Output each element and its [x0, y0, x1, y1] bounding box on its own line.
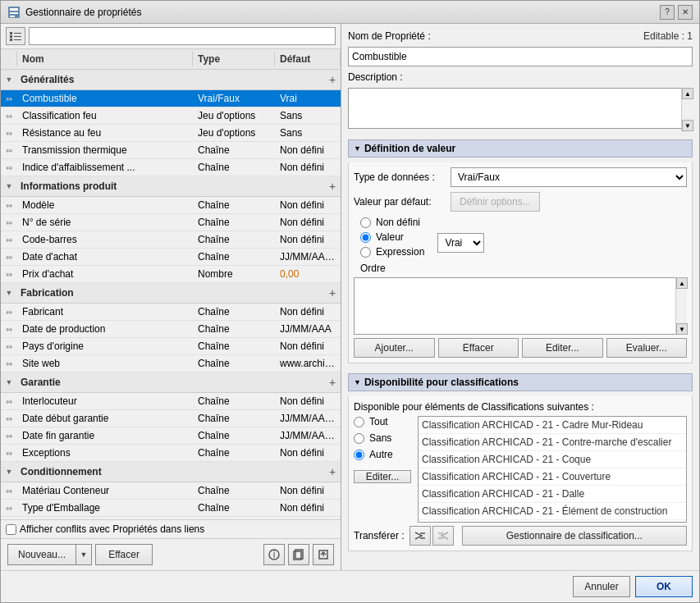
- ordre-scroll-up[interactable]: ▲: [676, 277, 688, 289]
- classif-item: Classification ARCHICAD - 21 - Dalle: [419, 486, 686, 503]
- cell-nom: Site web: [17, 355, 193, 372]
- group-row-conditionnement[interactable]: ▼ Conditionnement +: [1, 462, 341, 482]
- cell-type: Chaîne: [193, 445, 275, 461]
- drag-handle: ⇔: [1, 251, 17, 263]
- svg-rect-8: [10, 39, 12, 41]
- table-row[interactable]: ⇔ Classification feu Jeu d'options Sans: [1, 107, 341, 125]
- add-garantie[interactable]: +: [324, 376, 341, 389]
- group-name-info: Informations produit: [17, 179, 324, 194]
- transfer-right-button[interactable]: [409, 526, 431, 546]
- editer-button[interactable]: Editer...: [522, 338, 603, 358]
- collapse-icon-definition: ▼: [354, 144, 361, 153]
- table-row[interactable]: ⇔ Matériau Conteneur Chaîne Non défini: [1, 482, 341, 500]
- description-textarea[interactable]: [348, 88, 693, 129]
- afficher-conflits-label[interactable]: Afficher conflits avec Propriétés dans l…: [6, 523, 204, 535]
- evaluer-button[interactable]: Evaluer...: [606, 338, 688, 358]
- table-row[interactable]: ⇔ Site web Chaîne www.archica...: [1, 355, 341, 372]
- radio-tout[interactable]: [354, 417, 364, 427]
- scroll-down[interactable]: ▼: [682, 120, 693, 131]
- radio-autre[interactable]: [354, 450, 364, 460]
- disponibilite-label: Disponibilité pour classifications: [364, 377, 519, 388]
- search-input[interactable]: [29, 27, 336, 45]
- svg-rect-9: [14, 39, 21, 40]
- classif-list[interactable]: Classification ARCHICAD - 21 - Cadre Mur…: [418, 416, 687, 523]
- transfer-row: Transférer :: [354, 526, 687, 546]
- ajouter-button[interactable]: Ajouter...: [354, 338, 435, 358]
- ok-button[interactable]: OK: [635, 576, 693, 597]
- cell-nom: Combustible: [17, 90, 193, 107]
- radio-autre-label: Autre: [369, 449, 393, 460]
- list-icon-button[interactable]: [6, 27, 25, 45]
- cell-defaut: www.archica...: [275, 355, 341, 372]
- table-row[interactable]: ⇔ Date de production Chaîne JJ/MM/AAA: [1, 321, 341, 338]
- disponibilite-section-content: Disponible pour éléments de Classificati…: [348, 396, 693, 551]
- table-row[interactable]: ⇔ Indice d'affaiblissement ... Chaîne No…: [1, 159, 341, 176]
- svg-rect-7: [14, 36, 21, 37]
- nouveau-arrow[interactable]: ▼: [75, 544, 92, 565]
- table-row[interactable]: ⇔ Code-barres Chaîne Non défini: [1, 231, 341, 249]
- svg-rect-1: [10, 8, 18, 11]
- radio-sans[interactable]: [354, 433, 364, 444]
- cell-type: Chaîne: [193, 304, 275, 320]
- add-conditionnement[interactable]: +: [324, 465, 341, 478]
- nom-propriete-input[interactable]: Combustible: [348, 47, 693, 66]
- radio-non-defini[interactable]: [360, 217, 371, 228]
- desc-scrollbar: ▲ ▼: [681, 88, 693, 131]
- effacer-button[interactable]: Effacer: [95, 544, 153, 565]
- export-button[interactable]: [313, 544, 334, 565]
- table-row[interactable]: ⇔ Date fin garantie Chaîne JJ/MM/AAAA: [1, 427, 341, 445]
- bottom-ok-bar: Annuler OK: [1, 570, 699, 602]
- group-row-garantie[interactable]: ▼ Garantie +: [1, 372, 341, 393]
- table-row[interactable]: ⇔ Exceptions Chaîne Non défini: [1, 445, 341, 462]
- svg-rect-5: [14, 33, 21, 34]
- table-row[interactable]: ⇔ Modèle Chaîne Non défini: [1, 197, 341, 214]
- radio-expression[interactable]: [360, 247, 371, 258]
- cell-nom: Matériau Conteneur: [17, 482, 193, 499]
- title-bar-controls: ? ✕: [660, 5, 693, 20]
- cell-type: Chaîne: [193, 410, 275, 427]
- help-button[interactable]: ?: [660, 5, 675, 20]
- type-donnees-select[interactable]: Vrai/Faux Chaîne Nombre Jeu d'options: [451, 167, 687, 187]
- dialog-title: Gestionnaire de propriétés: [25, 7, 141, 18]
- table-row[interactable]: ⇔ Transmission thermique Chaîne Non défi…: [1, 142, 341, 159]
- gestionnaire-classif-button[interactable]: Gestionnaire de classification...: [462, 526, 687, 546]
- info-button[interactable]: i: [263, 544, 285, 565]
- add-generalites[interactable]: +: [324, 73, 341, 86]
- table-row[interactable]: ⇔ Date début garantie Chaîne JJ/MM/AAAA: [1, 410, 341, 427]
- group-row-info-produit[interactable]: ▼ Informations produit +: [1, 176, 341, 197]
- annuler-button[interactable]: Annuler: [573, 576, 630, 597]
- table-row[interactable]: ⇔ Type d'Emballage Chaîne Non défini: [1, 500, 341, 517]
- table-row[interactable]: ⇔ Date d'achat Chaîne JJ/MM/AAAA: [1, 249, 341, 266]
- group-row-fabrication[interactable]: ▼ Fabrication +: [1, 283, 341, 304]
- radio-group: Non défini Valeur Expression: [360, 217, 424, 258]
- duplicate-button[interactable]: [288, 544, 309, 565]
- table-row[interactable]: ⇔ N° de série Chaîne Non défini: [1, 214, 341, 231]
- classif-item: Classification ARCHICAD - 21 - Coque: [419, 451, 686, 468]
- radio-valeur[interactable]: [360, 232, 371, 243]
- add-info[interactable]: +: [324, 180, 341, 193]
- afficher-conflits-checkbox[interactable]: [6, 524, 16, 535]
- ordre-scroll-down[interactable]: ▼: [676, 323, 688, 335]
- table-row[interactable]: ⇔ Résistance au feu Jeu d'options Sans: [1, 125, 341, 142]
- valeur-select[interactable]: Vrai Faux: [437, 233, 484, 253]
- transfer-right-icon: [414, 530, 427, 541]
- cell-nom: Date de production: [17, 321, 193, 337]
- add-fabrication[interactable]: +: [324, 286, 341, 299]
- cell-defaut: Sans: [275, 107, 341, 124]
- table-row[interactable]: ⇔ Fabricant Chaîne Non défini: [1, 304, 341, 321]
- nouveau-button[interactable]: Nouveau...: [7, 544, 75, 565]
- table-row[interactable]: ⇔ Interlocuteur Chaîne Non défini: [1, 393, 341, 410]
- transfer-left-button[interactable]: [432, 526, 454, 546]
- table-row[interactable]: ⇔ Pays d'origine Chaîne Non défini: [1, 338, 341, 355]
- effacer-val-button[interactable]: Effacer: [438, 338, 519, 358]
- table-row[interactable]: ⇔ Prix d'achat Nombre 0,00: [1, 266, 341, 283]
- cell-defaut: 0,00: [275, 266, 341, 282]
- table-row[interactable]: ⇔ Combustible Vrai/Faux Vrai: [1, 90, 341, 107]
- scroll-up[interactable]: ▲: [682, 88, 693, 99]
- cell-type: Vrai/Faux: [193, 90, 275, 107]
- editer-classif-button[interactable]: Editer...: [354, 470, 411, 483]
- radio-tout-row: Tout: [354, 416, 411, 427]
- drag-handle: ⇔: [1, 306, 17, 318]
- group-row-generalites[interactable]: ▼ Généralités +: [1, 70, 341, 90]
- close-button[interactable]: ✕: [678, 5, 693, 20]
